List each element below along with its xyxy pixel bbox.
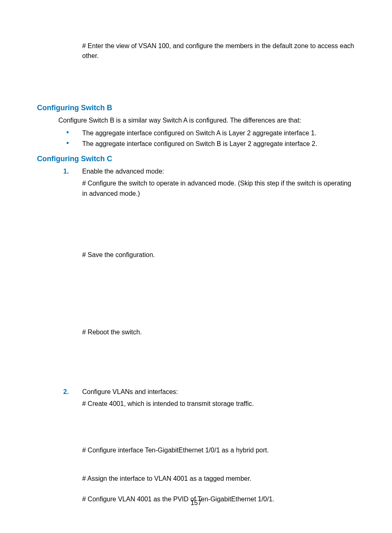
heading-switch-c: Configuring Switch C	[37, 155, 355, 163]
step-line: # Reboot the switch.	[82, 327, 355, 338]
step-1: 1. Enable the advanced mode: # Configure…	[82, 167, 355, 387]
step-number: 1.	[63, 167, 69, 177]
list-item: The aggregate interface configured on Sw…	[82, 139, 355, 149]
switch-b-intro: Configure Switch B is a similar way Swit…	[58, 116, 355, 125]
list-item: The aggregate interface configured on Sw…	[82, 128, 355, 139]
intro-paragraph: # Enter the view of VSAN 100, and config…	[82, 41, 355, 61]
bullet-icon	[67, 142, 69, 144]
step-2: 2. Configure VLANs and interfaces: # Cre…	[82, 387, 355, 505]
step-line: # Configure the switch to operate in adv…	[82, 178, 355, 199]
step-title: Enable the advanced mode:	[82, 168, 164, 175]
step-title: Configure VLANs and interfaces:	[82, 388, 178, 395]
step-line: # Assign the interface to VLAN 4001 as a…	[82, 474, 355, 484]
step-number: 2.	[63, 387, 69, 397]
page: # Enter the view of VSAN 100, and config…	[0, 0, 392, 533]
bullet-icon	[67, 131, 69, 133]
step-line: # Configure interface Ten-GigabitEtherne…	[82, 445, 355, 456]
page-number: 157	[0, 499, 392, 507]
switch-b-bullets: The aggregate interface configured on Sw…	[37, 128, 355, 149]
step-line: # Save the configuration.	[82, 250, 355, 260]
heading-switch-b: Configuring Switch B	[37, 104, 355, 112]
bullet-text: The aggregate interface configured on Sw…	[82, 130, 316, 137]
bullet-text: The aggregate interface configured on Sw…	[82, 140, 317, 147]
switch-c-steps: 1. Enable the advanced mode: # Configure…	[37, 167, 355, 505]
step-line: # Create 4001, which is intended to tran…	[82, 399, 355, 409]
